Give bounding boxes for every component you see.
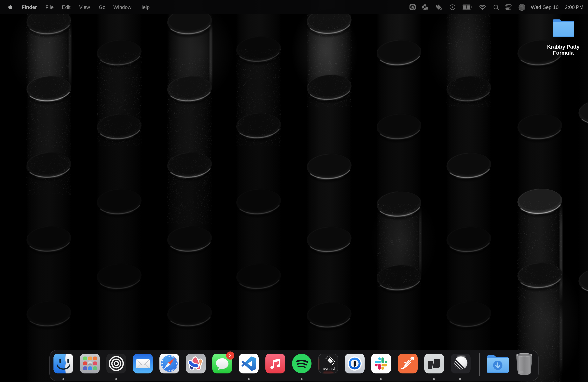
svg-text:raycast: raycast: [321, 366, 335, 371]
